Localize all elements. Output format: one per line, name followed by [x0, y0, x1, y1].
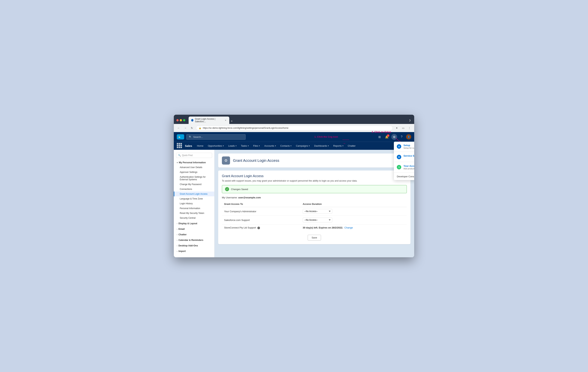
back-button[interactable]: ←: [176, 125, 181, 131]
sidebar-section-personal-header[interactable]: ▾ My Personal Information: [174, 160, 214, 165]
gear-dropdown-menu: ⚙ Setup Setup for current app ⚙ Service …: [394, 142, 414, 180]
more-button[interactable]: ⋮: [407, 125, 412, 131]
minimize-window-button[interactable]: [180, 119, 182, 121]
company-admin-select[interactable]: --No Access-- 1 Day 1 Week 1 Month: [303, 209, 332, 214]
sf-header: ⛅ 🔍 Search... 1. Click the Cog icon ——→: [174, 132, 414, 142]
app-launcher-button[interactable]: [177, 143, 183, 149]
tab-title: Grant Login Access | Salesforc...: [195, 118, 222, 123]
cast-button[interactable]: ▭: [400, 125, 406, 131]
sidebar-section-email-header[interactable]: › Email: [174, 227, 214, 231]
sidebar-item-approver[interactable]: Approver Settings: [174, 170, 214, 175]
sidebar-section-personal-label: My Personal Information: [179, 161, 206, 164]
sidebar-item-advanced-user[interactable]: Advanced User Details: [174, 165, 214, 170]
col-access-duration-header: Access Duration: [301, 201, 407, 207]
notification-badge: 1: [387, 134, 389, 137]
info-icon[interactable]: i: [257, 227, 260, 229]
storeconnect-access-text: 30 day(s) left. Expires on 28/2/2022. Ch…: [301, 224, 407, 231]
address-bar[interactable]: 🔒 https://sc-demo.lightning.force.com/li…: [196, 126, 393, 131]
salesforce-support-label: Salesforce.com Support: [222, 216, 301, 224]
maximize-window-button[interactable]: [183, 119, 185, 121]
nav-item-dashboards[interactable]: Dashboards ▾: [312, 142, 331, 150]
sidebar-section-import-header[interactable]: › Import: [174, 249, 214, 254]
chevron-down-icon: ▾: [236, 145, 237, 147]
extensions-button[interactable]: ✦: [394, 125, 399, 131]
company-admin-label: Your Company's Administrator: [222, 207, 301, 216]
chevron-right-icon: ›: [177, 228, 177, 230]
your-account-title: Your Account: [403, 165, 414, 167]
sidebar-item-connections[interactable]: Connections: [174, 187, 214, 191]
tab-close-button[interactable]: ✕: [224, 119, 227, 121]
search-bar[interactable]: 🔍 Search...: [186, 134, 246, 140]
sidebar-item-reset-token[interactable]: Reset My Security Token: [174, 211, 214, 216]
sidebar-section-import-label: Import: [178, 250, 186, 252]
your-account-text: Your Account Add products and licenses: [403, 165, 414, 170]
sidebar-item-language[interactable]: Language & Time Zone: [174, 196, 214, 201]
dropdown-divider-2: [394, 162, 414, 162]
setup-menu-item[interactable]: ⚙ Setup Setup for current app: [394, 142, 414, 151]
sidebar-item-security-central[interactable]: Security Central: [174, 216, 214, 220]
app-name-label: Sales: [185, 144, 192, 147]
browser-traffic-lights: [176, 119, 185, 121]
service-setup-menu-item[interactable]: ⚙ Service Setup: [394, 152, 414, 161]
nav-item-tasks[interactable]: Tasks ▾: [239, 142, 251, 150]
sidebar-section-chatter-header[interactable]: › Chatter: [174, 232, 214, 237]
chevron-down-icon: ▾: [291, 145, 291, 147]
reload-button[interactable]: ↻: [189, 125, 195, 131]
salesforce-support-access: --No Access-- 1 Day 1 Week 1 Month: [301, 216, 407, 224]
table-row: Salesforce.com Support --No Access-- 1 D…: [222, 216, 407, 224]
sidebar-item-grant-login[interactable]: Grant Account Login Access: [174, 191, 214, 196]
notifications-icon-button[interactable]: 🔔 1: [384, 134, 390, 140]
close-window-button[interactable]: [176, 119, 178, 121]
setup-menu-icon: ⚙: [397, 144, 401, 149]
nav-item-campaigns[interactable]: Campaigns ▾: [294, 142, 312, 150]
sidebar-search[interactable]: 🔍 Quick Find: [176, 153, 212, 158]
nav-item-accounts[interactable]: Accounts ▾: [262, 142, 278, 150]
new-tab-button[interactable]: +: [229, 119, 234, 124]
tabs-chevron-icon[interactable]: ❯: [408, 118, 412, 122]
setup-menu-subtitle: Setup for current app: [403, 147, 414, 149]
developer-console-menu-item[interactable]: Developer Console: [394, 173, 414, 180]
chevron-down-icon: ▾: [259, 145, 260, 147]
developer-console-label: Developer Console: [397, 175, 414, 178]
sidebar-item-login-history[interactable]: Login History: [174, 201, 214, 206]
sidebar-section-desktop-label: Desktop Add-Ons: [178, 244, 198, 247]
sidebar-item-auth-settings[interactable]: Authentication Settings for External Sys…: [174, 175, 214, 182]
browser-titlebar: Grant Login Access | Salesforc... ✕ + ❯: [174, 115, 414, 124]
url-text: https://sc-demo.lightning.force.com/ligh…: [203, 127, 288, 129]
waffle-icon-button[interactable]: ⊞: [377, 134, 382, 140]
nav-item-leads[interactable]: Leads ▾: [226, 142, 238, 150]
table-row: Your Company's Administrator --No Access…: [222, 207, 407, 216]
username-label: My Username:: [222, 196, 238, 199]
success-banner: ✓ Changes Saved: [222, 185, 407, 193]
nav-item-home[interactable]: Home: [195, 142, 205, 150]
service-setup-icon: ⚙: [397, 155, 401, 159]
table-header-row: Grant Access To Access Duration: [222, 201, 407, 207]
page-header: ⚙ Grant Account Login Access Page ?: [218, 153, 410, 168]
salesforce-logo[interactable]: ⛅: [177, 134, 184, 140]
forward-button[interactable]: →: [183, 125, 188, 131]
save-button[interactable]: Save: [308, 235, 321, 241]
nav-item-files[interactable]: Files ▾: [251, 142, 262, 150]
chevron-right-icon: ›: [177, 250, 177, 252]
sidebar-section-chatter-label: Chatter: [178, 233, 187, 236]
your-account-menu-item[interactable]: $ Your Account Add products and licenses: [394, 162, 414, 172]
active-tab[interactable]: Grant Login Access | Salesforc... ✕: [189, 117, 229, 124]
sidebar-section-display-header[interactable]: › Display & Layout: [174, 221, 214, 226]
sidebar-section-calendar-header[interactable]: › Calendar & Reminders: [174, 238, 214, 242]
dropdown-divider-3: [394, 172, 414, 172]
change-link[interactable]: Change: [345, 226, 353, 229]
chevron-down-icon: ▾: [223, 145, 224, 147]
toolbar-actions: ✦ ▭ ⋮: [394, 125, 412, 131]
chevron-right-icon: ›: [177, 245, 177, 247]
checkmark-icon: ✓: [225, 187, 229, 191]
success-message: Changes Saved: [231, 188, 248, 191]
sidebar-section-desktop-header[interactable]: › Desktop Add-Ons: [174, 243, 214, 248]
col-grant-access-header: Grant Access To: [222, 201, 301, 207]
salesforce-support-select[interactable]: --No Access-- 1 Day 1 Week 1 Month: [303, 218, 332, 222]
sidebar-item-change-password[interactable]: Change My Password: [174, 182, 214, 187]
nav-item-contacts[interactable]: Contacts ▾: [278, 142, 293, 150]
nav-item-opportunities[interactable]: Opportunities ▾: [206, 142, 226, 150]
chevron-right-icon: ›: [177, 222, 177, 225]
sidebar-section-email: › Email: [174, 227, 214, 231]
sidebar-item-personal-info[interactable]: Personal Information: [174, 206, 214, 211]
